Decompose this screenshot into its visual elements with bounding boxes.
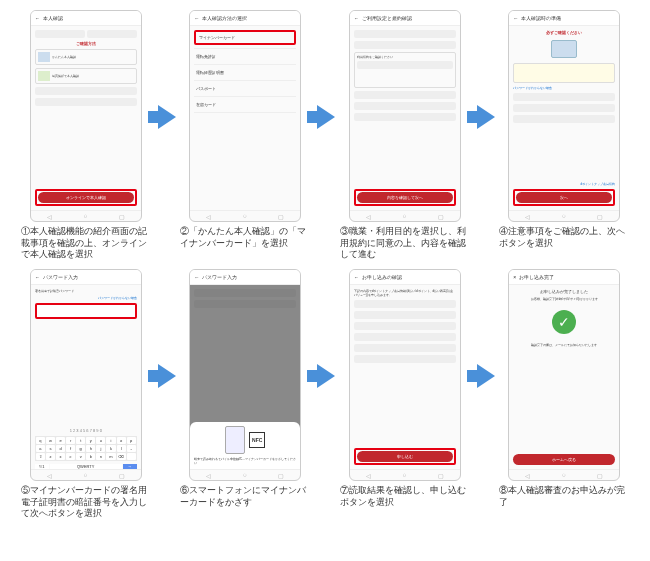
nfc-instruction: 端末で読み取れるモバイル非接触IC…マイナンバーカードをかざしてください [194,457,296,465]
passport-option[interactable]: パスポート [194,84,296,93]
phone-step8: ×お申し込み完了 お申し込みが完了しました お客様、確認完了(即時/翌日/翌々日… [508,269,620,481]
caption-3: ③職業・利用目的を選択し、利用規約に同意の上、内容を確認して進む [340,226,470,261]
caption-5: ⑤マイナンバーカードの署名用電子証明書の暗証番号を入力して次へボタンを選択 [21,485,151,520]
back-icon[interactable]: ← [354,15,359,21]
close-icon[interactable]: × [513,274,516,280]
phone-step5: ←パスワード入力 署名用電子証明書パスワード パスワードがわからない場合 1 2… [30,269,142,481]
complete-note: 確認完了の際は、メールにてお知らせいたします [513,343,615,347]
phone-step7: ←お申し込みの確認 下記の内容でdポイントクラブ会員情報(d払い/dポイント、d… [349,269,461,481]
complete-title: お申し込みが完了しました [513,289,615,294]
back-icon[interactable]: ← [194,15,199,21]
check-icon: ✓ [552,310,576,334]
back-icon[interactable]: ← [354,274,359,280]
password-help-link[interactable]: パスワードがわからない場合 [35,296,137,300]
phone-step3: ←ご利用設定と規約確認 利用規約をご確認ください 内容を確認して次へ ◁○▢ [349,10,461,222]
back-icon[interactable]: ← [513,15,518,21]
option-photo[interactable]: 写真撮影で本人確認 [52,74,79,78]
password-help-link[interactable]: パスワードがわからない場合 [513,86,615,90]
terms-label: 利用規約をご確認ください [357,55,453,59]
header-title: ご利用設定と規約確認 [362,15,412,21]
keyboard[interactable]: qwertyuiop asdfghjkl- ⇧zxcvbnm⌫ [35,436,137,461]
history-option[interactable]: 運転経歴証明書 [194,68,296,77]
password-input[interactable] [35,303,137,319]
header-title: 本人確認 [43,15,63,21]
section-title: ご確認方法 [35,41,137,46]
back-icon[interactable]: ← [194,274,199,280]
caption-4: ④注意事項をご確認の上、次へボタンを選択 [499,226,629,249]
password-label: 署名用電子証明書パスワード [35,289,137,293]
nfc-modal: NFC 端末で読み取れるモバイル非接触IC…マイナンバーカードをかざしてください [190,422,300,469]
header-title: パスワード入力 [43,274,78,280]
caption-1: ①本人確認機能の紹介画面の記載事項を確認の上、オンラインで本人確認を選択 [21,226,151,261]
back-icon[interactable]: ← [35,274,40,280]
mynumber-option[interactable]: マイナンバーカード [199,35,235,40]
phone-step4: ←本人確認時の準備 必ずご確認ください パスワードがわからない場合 dポイントク… [508,10,620,222]
caption-2: ②「かんたん本人確認」の「マイナンバーカード」を選択 [180,226,310,249]
card-icon [551,40,577,58]
nfc-icon: NFC [249,432,265,448]
confirm-description: 下記の内容でdポイントクラブ会員情報(d払い/dポイント、d払い残高(現金バリュ… [354,289,456,297]
caption-6: ⑥スマートフォンにマイナンバーカードをかざす [180,485,310,508]
confirm-next-button[interactable]: 内容を確認して次へ [357,192,453,203]
header-title: パスワード入力 [202,274,237,280]
header-title: お申し込み完了 [519,274,554,280]
caption-7: ⑦読取結果を確認し、申し込むボタンを選択 [340,485,470,508]
apply-button[interactable]: 申し込む [357,451,453,462]
phone-step2: ←本人確認方法の選択 マイナンバーカード 運転免許証 運転経歴証明書 パスポート… [189,10,301,222]
phone-step6: ←パスワード入力 NFC 端末で読み取れるモバイル非接触IC…マイナンバーカード… [189,269,301,481]
license-option[interactable]: 運転免許証 [194,52,296,61]
option-easy[interactable]: かんたん本人確認 [52,55,76,59]
online-verify-button[interactable]: オンラインで本人確認 [38,192,134,203]
phone-icon [225,426,245,454]
complete-sub: お客様、確認完了(即時/翌日/翌々日)がかかります [513,297,615,301]
header-title: 本人確認時の準備 [521,15,561,21]
next-button[interactable]: 次へ [516,192,612,203]
back-icon[interactable]: ← [35,15,40,21]
residence-option[interactable]: 在留カード [194,100,296,109]
caption-8: ⑧本人確認審査のお申込みが完了 [499,485,629,508]
phone-step1: ←本人確認 ご確認方法 かんたん本人確認 写真撮影で本人確認 オンラインで本人確… [30,10,142,222]
header-title: 本人確認方法の選択 [202,15,247,21]
terms-link[interactable]: dポイントクラブ会員規約 [513,182,615,186]
warning-title: 必ずご確認ください [513,30,615,35]
header-title: お申し込みの確認 [362,274,402,280]
home-button[interactable]: ホームへ戻る [513,454,615,465]
